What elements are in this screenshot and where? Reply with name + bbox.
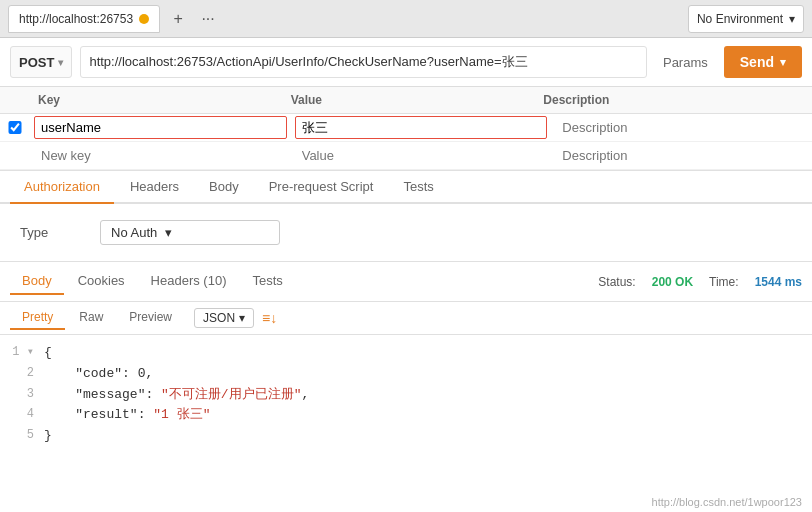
row1-check[interactable] (0, 117, 30, 138)
line-num-3: 3 (10, 385, 34, 404)
watermark: http://blog.csdn.net/1wpoor123 (0, 492, 812, 512)
send-chevron-icon: ▾ (780, 56, 786, 69)
table-row (0, 142, 812, 170)
params-button[interactable]: Params (655, 51, 716, 74)
url-bar: POST ▾ Params Send ▾ (0, 38, 812, 87)
code-content-1: { (44, 343, 52, 364)
bv-tab-pretty[interactable]: Pretty (10, 306, 65, 330)
desc-col-header: Description (535, 87, 788, 113)
code-line-4: 4 "result": "1 张三" (10, 405, 802, 426)
check-col-header (0, 87, 30, 113)
browser-tab[interactable]: http://localhost:26753 (8, 5, 160, 33)
row1-key-input[interactable] (34, 116, 287, 139)
code-content-5: } (44, 426, 52, 447)
row2-value-input[interactable] (295, 144, 548, 167)
line-num-1: 1 ▾ (10, 343, 34, 362)
send-button[interactable]: Send ▾ (724, 46, 802, 78)
tab-body[interactable]: Body (195, 171, 253, 204)
request-tabs: Authorization Headers Body Pre-request S… (0, 171, 812, 204)
row1-key[interactable] (30, 114, 291, 141)
response-tabs-bar: Body Cookies Headers (10) Tests Status: … (0, 262, 812, 302)
row1-value[interactable] (291, 114, 552, 141)
row1-value-input[interactable] (295, 116, 548, 139)
row2-key[interactable] (30, 142, 291, 169)
tab-dot-icon (139, 14, 149, 24)
top-bar: http://localhost:26753 + ··· No Environm… (0, 0, 812, 38)
body-view-tabs: Pretty Raw Preview JSON ▾ ≡↓ (0, 302, 812, 335)
bv-tab-raw[interactable]: Raw (67, 306, 115, 330)
status-label: Status: (598, 275, 635, 289)
resp-tab-headers[interactable]: Headers (10) (139, 268, 239, 295)
resp-tab-cookies[interactable]: Cookies (66, 268, 137, 295)
app-window: http://localhost:26753 + ··· No Environm… (0, 0, 812, 512)
environment-selector[interactable]: No Environment ▾ (688, 5, 804, 33)
code-content-3: "message": "不可注册/用户已注册", (44, 385, 309, 406)
send-label: Send (740, 54, 774, 70)
value-col-header: Value (283, 87, 536, 113)
method-chevron-icon: ▾ (58, 57, 63, 68)
tab-authorization[interactable]: Authorization (10, 171, 114, 204)
bv-tab-preview[interactable]: Preview (117, 306, 184, 330)
url-input[interactable] (80, 46, 647, 78)
code-content-4: "result": "1 张三" (44, 405, 210, 426)
tab-url-label: http://localhost:26753 (19, 12, 133, 26)
method-dropdown[interactable]: POST ▾ (10, 46, 72, 78)
auth-type-value: No Auth (111, 225, 157, 240)
auth-type-dropdown[interactable]: No Auth ▾ (100, 220, 280, 245)
row2-value[interactable] (291, 142, 552, 169)
more-tabs-button[interactable]: ··· (196, 7, 220, 31)
line-num-4: 4 (10, 405, 34, 424)
format-label: JSON (203, 311, 235, 325)
line-num-2: 2 (10, 364, 34, 383)
auth-chevron-icon: ▾ (165, 225, 172, 240)
wrap-icon[interactable]: ≡↓ (262, 310, 277, 326)
code-line-1: 1 ▾ { (10, 343, 802, 364)
format-chevron-icon: ▾ (239, 311, 245, 325)
auth-section: Type No Auth ▾ (0, 204, 812, 262)
time-value: 1544 ms (755, 275, 802, 289)
params-header: Key Value Description (0, 87, 812, 114)
format-dropdown[interactable]: JSON ▾ (194, 308, 254, 328)
status-area: Status: 200 OK Time: 1544 ms (598, 275, 802, 289)
response-tabs: Body Cookies Headers (10) Tests (10, 268, 594, 295)
time-label: Time: (709, 275, 739, 289)
auth-type-label: Type (20, 225, 80, 240)
env-label: No Environment (697, 12, 783, 26)
status-value: 200 OK (652, 275, 693, 289)
table-row (0, 114, 812, 142)
tab-pre-request-script[interactable]: Pre-request Script (255, 171, 388, 204)
watermark-text: http://blog.csdn.net/1wpoor123 (652, 496, 802, 508)
code-line-5: 5 } (10, 426, 802, 447)
code-line-3: 3 "message": "不可注册/用户已注册", (10, 385, 802, 406)
row2-check (0, 152, 30, 160)
chevron-down-icon: ▾ (789, 12, 795, 26)
code-content-2: "code": 0, (44, 364, 153, 385)
row1-desc-input[interactable] (555, 116, 808, 139)
key-col-header: Key (30, 87, 283, 113)
code-line-2: 2 "code": 0, (10, 364, 802, 385)
resp-tab-body[interactable]: Body (10, 268, 64, 295)
response-body-code: 1 ▾ { 2 "code": 0, 3 "message": "不可注册/用户… (0, 335, 812, 492)
method-label: POST (19, 55, 54, 70)
params-table: Key Value Description (0, 87, 812, 171)
new-tab-button[interactable]: + (166, 7, 190, 31)
tab-tests[interactable]: Tests (389, 171, 447, 204)
tab-headers[interactable]: Headers (116, 171, 193, 204)
resp-tab-tests[interactable]: Tests (240, 268, 294, 295)
more-col-header (788, 87, 812, 113)
row2-desc[interactable] (551, 142, 812, 169)
line-num-5: 5 (10, 426, 34, 445)
row1-desc[interactable] (551, 114, 812, 141)
row2-desc-input[interactable] (555, 144, 808, 167)
row1-checkbox[interactable] (6, 121, 24, 134)
row2-key-input[interactable] (34, 144, 287, 167)
